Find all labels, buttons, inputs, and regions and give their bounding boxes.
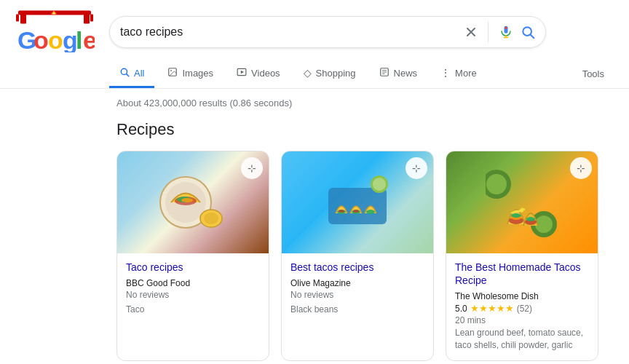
tab-news[interactable]: News xyxy=(369,60,428,88)
svg-point-33 xyxy=(181,198,193,202)
recipe-card-2-image: ⊹ xyxy=(282,151,433,253)
svg-text:e: e xyxy=(83,26,95,53)
tab-videos-label: Videos xyxy=(251,68,280,79)
recipe-card-1-title: Taco recipes xyxy=(126,261,260,274)
recipe-card-1-source: BBC Good Food xyxy=(126,278,260,288)
svg-point-43 xyxy=(373,178,386,191)
google-logo[interactable]: G o o g l e xyxy=(15,9,95,55)
recipe-card-3-body: The Best Homemade Tacos Recipe The Whole… xyxy=(446,253,598,360)
recipe-cards-container: ⊹ Taco recipes BBC Good Food No reviews … xyxy=(116,151,614,361)
tab-more[interactable]: ⋮ More xyxy=(430,60,487,88)
svg-point-41 xyxy=(366,210,375,214)
rating-count: (52) xyxy=(517,304,532,314)
rating-stars: ★★★★★ xyxy=(470,303,514,314)
results-count: About 423,000,000 results (0.86 seconds) xyxy=(116,98,614,108)
images-tab-icon xyxy=(167,67,178,79)
svg-point-22 xyxy=(171,70,173,71)
recipe-card-3-time: 20 mins xyxy=(455,315,589,325)
search-icons xyxy=(464,22,535,42)
svg-rect-1 xyxy=(16,15,19,22)
bookmark-button-1[interactable]: ⊹ xyxy=(241,157,263,179)
recipe-card-1-body: Taco recipes BBC Good Food No reviews Ta… xyxy=(117,253,269,323)
tab-videos[interactable]: Videos xyxy=(226,60,290,88)
close-icon xyxy=(464,25,478,39)
svg-point-50 xyxy=(511,213,521,218)
tab-news-label: News xyxy=(394,68,418,79)
shopping-tab-icon: ◇ xyxy=(304,68,312,78)
tab-images-label: Images xyxy=(182,68,213,79)
more-tab-icon: ⋮ xyxy=(440,68,451,78)
recipe-card-1-tag: Taco xyxy=(126,304,260,314)
search-button[interactable] xyxy=(521,25,535,39)
svg-point-38 xyxy=(339,210,344,213)
search-bar[interactable]: taco recipes xyxy=(109,16,546,48)
tab-all-label: All xyxy=(134,68,144,79)
tab-shopping-label: Shopping xyxy=(316,68,356,79)
recipe-card-2-title: Best tacos recipes xyxy=(290,261,424,274)
recipe-card-2[interactable]: ⊹ Best tacos recipes Olive Magazine No r… xyxy=(281,151,434,361)
videos-tab-icon xyxy=(237,67,247,79)
svg-rect-2 xyxy=(90,15,93,22)
svg-point-45 xyxy=(486,174,507,194)
results-area: About 423,000,000 results (0.86 seconds)… xyxy=(0,89,629,364)
header: G o o g l e taco recipes xyxy=(0,0,629,55)
search-bar-container: taco recipes xyxy=(109,16,546,48)
svg-point-35 xyxy=(204,213,218,224)
clear-button[interactable] xyxy=(464,25,478,39)
recipe-card-1[interactable]: ⊹ Taco recipes BBC Good Food No reviews … xyxy=(116,151,269,361)
nav-tabs: All Images Videos ◇ Shopping News ⋮ More… xyxy=(0,55,629,89)
recipe-card-1-reviews: No reviews xyxy=(126,290,260,300)
svg-rect-14 xyxy=(505,27,507,29)
svg-text:o: o xyxy=(33,26,49,53)
news-tab-icon xyxy=(379,67,389,79)
bookmark-button-3[interactable]: ⊹ xyxy=(570,157,592,179)
recipe-card-3-ingredients: Lean ground beef, tomato sauce, taco she… xyxy=(455,327,589,352)
bookmark-button-2[interactable]: ⊹ xyxy=(406,157,427,179)
svg-point-52 xyxy=(526,217,535,221)
search-tab-icon xyxy=(119,67,130,79)
recipes-section-title: Recipes xyxy=(116,120,614,139)
svg-text:l: l xyxy=(76,26,82,53)
svg-rect-3 xyxy=(20,14,26,24)
recipe-card-2-body: Best tacos recipes Olive Magazine No rev… xyxy=(282,253,433,323)
divider xyxy=(488,22,488,42)
search-input[interactable]: taco recipes xyxy=(120,25,464,39)
rating-score: 5.0 xyxy=(455,304,467,314)
recipe-card-1-image: ⊹ xyxy=(117,151,269,253)
recipe-card-3-title: The Best Homemade Tacos Recipe xyxy=(455,261,589,287)
tab-tools[interactable]: Tools xyxy=(572,61,614,87)
mic-icon xyxy=(499,25,513,39)
svg-marker-24 xyxy=(241,71,244,74)
svg-point-40 xyxy=(353,210,359,213)
recipe-card-3[interactable]: ⊹ The Best Homemade Tacos Recipe The Who… xyxy=(446,151,598,361)
svg-line-18 xyxy=(531,35,534,39)
recipe-card-2-source: Olive Magazine xyxy=(290,278,424,288)
tab-all[interactable]: All xyxy=(109,60,154,88)
svg-rect-4 xyxy=(84,14,90,24)
tab-shopping[interactable]: ◇ Shopping xyxy=(293,60,366,88)
svg-line-20 xyxy=(127,74,129,76)
recipe-card-2-reviews: No reviews xyxy=(290,290,424,300)
recipe-card-3-source: The Wholesome Dish xyxy=(455,291,589,301)
recipe-card-2-tag: Black beans xyxy=(290,304,424,314)
tab-images[interactable]: Images xyxy=(157,60,223,88)
recipe-card-3-rating: 5.0 ★★★★★ (52) xyxy=(455,303,589,314)
search-icon xyxy=(521,25,535,39)
tools-label: Tools xyxy=(582,68,604,79)
voice-search-button[interactable] xyxy=(499,25,513,39)
recipe-card-3-image: ⊹ xyxy=(446,151,598,253)
tab-more-label: More xyxy=(455,68,477,79)
svg-text:o: o xyxy=(48,26,63,53)
